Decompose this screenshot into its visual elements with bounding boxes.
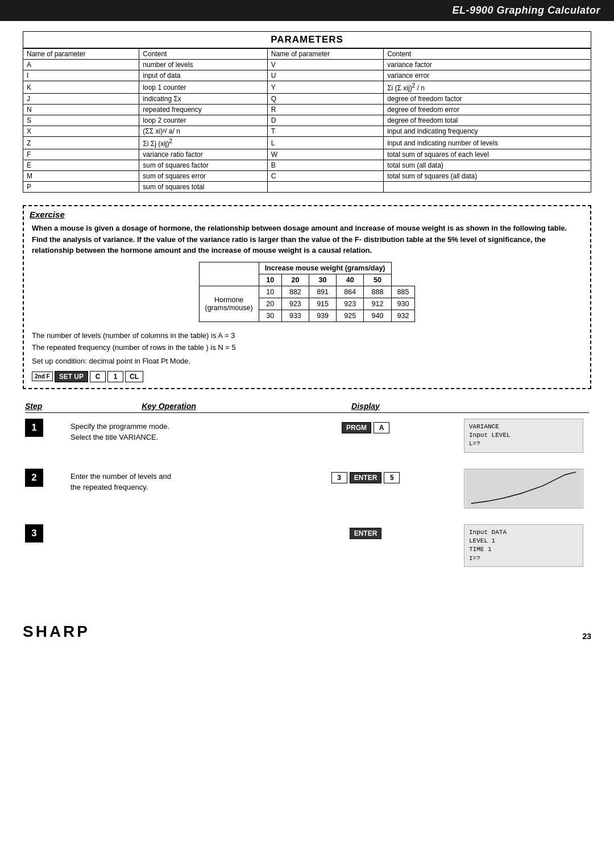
step-key-btn[interactable]: 5 — [384, 472, 400, 483]
dt-sub-col: 30 — [309, 274, 336, 286]
param-cell: sum of squares total — [139, 182, 267, 193]
param-cell: (ΣΣ xi)²/ a/ n — [139, 126, 267, 137]
exercise-notes: The number of levels (number of columns … — [32, 330, 582, 353]
exercise-box: Exercise When a mouse is given a dosage … — [23, 205, 591, 389]
param-cell: M — [23, 171, 139, 182]
param-cell: variance factor — [384, 60, 591, 70]
param-cell: variance error — [384, 70, 591, 81]
dt-cell: 10 — [259, 286, 281, 298]
param-cell: Σi Σj (xij)2 — [139, 137, 267, 149]
data-table-wrapper: Increase mouse weight (grams/day) 102030… — [32, 262, 582, 322]
dt-row-label: Hormone(grams/mouse) — [199, 286, 259, 322]
param-cell: V — [267, 60, 383, 70]
dt-sub-col: 10 — [259, 274, 281, 286]
step-key-btn[interactable]: A — [374, 422, 389, 433]
step-desc — [70, 524, 267, 527]
param-cell: total sum (all data) — [384, 160, 591, 171]
setup-key-btn[interactable]: 2nd F — [32, 372, 53, 381]
param-cell — [267, 182, 383, 193]
dt-cell: 882 — [281, 286, 309, 298]
dt-sub-col: 40 — [337, 274, 364, 286]
param-cell: degree of freedom error — [384, 105, 591, 115]
dt-cell: 923 — [281, 298, 309, 310]
dt-col-header: Increase mouse weight (grams/day) — [259, 262, 391, 274]
exercise-note2: The repeated frequency (number of rows i… — [32, 342, 582, 353]
dt-cell: 912 — [364, 298, 391, 310]
dt-cell: 930 — [391, 298, 415, 310]
setup-key-btn[interactable]: 1 — [107, 371, 123, 382]
step-desc: Specify the programme mode.Select the ti… — [70, 419, 267, 443]
dt-cell: 891 — [309, 286, 336, 298]
setup-key-btn[interactable]: C — [90, 371, 106, 382]
step-number: 2 — [25, 469, 70, 487]
dt-cell: 939 — [309, 310, 336, 322]
exercise-body-text: When a mouse is given a dosage of hormon… — [32, 223, 582, 256]
page-header: EL-9900 Graphing Calculator — [0, 0, 614, 21]
dt-cell: 915 — [309, 298, 336, 310]
dt-cell: 923 — [337, 298, 364, 310]
page-number: 23 — [582, 632, 591, 641]
step-row: 2Enter the number of levels andthe repea… — [25, 469, 589, 508]
param-col-header-4: Content — [384, 49, 591, 60]
parameters-table: Name of parameter Content Name of parame… — [23, 48, 591, 193]
step-key-btn[interactable]: ENTER — [350, 528, 382, 539]
param-col-header-2: Content — [139, 49, 267, 60]
dt-empty — [199, 262, 259, 286]
param-cell: T — [267, 126, 383, 137]
param-col-header-3: Name of parameter — [267, 49, 383, 60]
param-cell: J — [23, 94, 139, 105]
setup-key-btn[interactable]: CL — [125, 371, 143, 382]
param-cell: Z — [23, 137, 139, 149]
step-number: 1 — [25, 419, 70, 437]
param-cell: repeated frequency — [139, 105, 267, 115]
step-key-btn[interactable]: 3 — [331, 472, 347, 483]
step-row: 3ENTERInput DATALEVEL 1TIME 1I=? — [25, 524, 589, 567]
param-cell: U — [267, 70, 383, 81]
dt-sub-col: 50 — [364, 274, 391, 286]
param-cell: Q — [267, 94, 383, 105]
step-number: 3 — [25, 524, 70, 542]
param-cell: A — [23, 60, 139, 70]
page-footer: SHARP 23 — [0, 617, 614, 646]
dt-cell: 20 — [259, 298, 281, 310]
dt-cell: 864 — [337, 286, 364, 298]
step-keys: 3ENTER5 — [267, 469, 464, 483]
dt-cell: 885 — [391, 286, 415, 298]
param-cell: number of levels — [139, 60, 267, 70]
dt-cell: 940 — [364, 310, 391, 322]
dt-cell: 933 — [281, 310, 309, 322]
param-cell: F — [23, 149, 139, 160]
param-cell: B — [267, 160, 383, 171]
col-key-label: Key Operation — [70, 402, 267, 411]
steps-header: Step Key Operation Display — [25, 402, 589, 413]
dt-cell: 888 — [364, 286, 391, 298]
dt-cell: 30 — [259, 310, 281, 322]
param-cell: R — [267, 105, 383, 115]
step-key-btn[interactable]: ENTER — [350, 472, 382, 483]
param-cell: S — [23, 115, 139, 126]
step-key-btn[interactable]: PRGM — [342, 422, 371, 433]
dt-cell: 925 — [337, 310, 364, 322]
param-cell: sum of squares factor — [139, 160, 267, 171]
param-cell: loop 1 counter — [139, 81, 267, 94]
col-display-label: Display — [267, 402, 464, 411]
col-step-label: Step — [25, 402, 70, 411]
param-cell: E — [23, 160, 139, 171]
exercise-title: Exercise — [24, 206, 590, 220]
param-cell: I — [23, 70, 139, 81]
param-cell: D — [267, 115, 383, 126]
param-cell: C — [267, 171, 383, 182]
param-cell: X — [23, 126, 139, 137]
exercise-data-table: Increase mouse weight (grams/day) 102030… — [199, 262, 416, 322]
dt-cell: 932 — [391, 310, 415, 322]
step-keys: PRGMA — [267, 419, 464, 433]
main-content: PARAMETERS Name of parameter Content Nam… — [0, 21, 614, 606]
param-cell: total sum of squares of each level — [384, 149, 591, 160]
dt-sub-col: 20 — [281, 274, 309, 286]
param-cell: degree of freedom factor — [384, 94, 591, 105]
setup-key-btn[interactable]: SET UP — [55, 371, 88, 382]
param-cell: W — [267, 149, 383, 160]
param-cell: input and indicating number of levels — [384, 137, 591, 149]
sharp-logo: SHARP — [23, 623, 90, 641]
param-cell: input of data — [139, 70, 267, 81]
